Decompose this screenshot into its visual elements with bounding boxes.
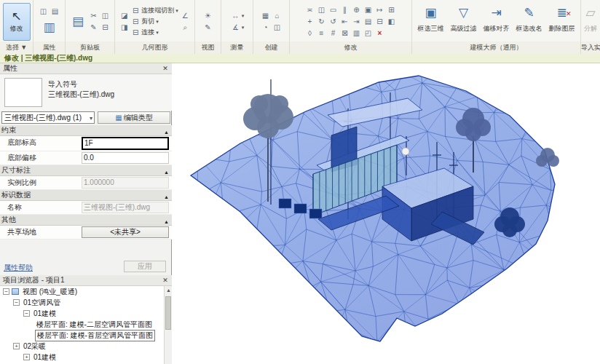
modify-tool-icon[interactable]: ∥ (339, 4, 350, 15)
geometry-button-0[interactable]: ⊟连接端切割▾ (131, 6, 178, 16)
select-dropdown[interactable]: 选择 ▼ (0, 41, 33, 54)
tree-item-0[interactable]: −视图 (鸿业_暖通) (0, 286, 164, 297)
modify-tool-icon[interactable]: ▭ (328, 4, 339, 15)
modify-tool-icon[interactable]: ↻ (316, 16, 327, 27)
create-assembly-icon[interactable]: ◔ (260, 22, 271, 33)
modify-tool-icon[interactable]: ⊠ (339, 28, 350, 39)
measure-icon[interactable]: ↔ (230, 10, 241, 21)
sphere-object (402, 148, 409, 155)
section-header[interactable]: 标识数据▲ (0, 190, 172, 201)
modify-tool-icon[interactable]: ↺ (328, 16, 339, 27)
properties-palette-header[interactable]: 属性 ✕ (0, 63, 172, 74)
ribbon-group-view: ☀ ✎ 视图 (195, 0, 221, 54)
modify-tool-icon[interactable]: ↦ (374, 4, 385, 15)
tree-item-5[interactable]: +02采暖 (0, 341, 164, 352)
modify-tool-icon[interactable]: ⇤ (339, 16, 350, 27)
modify-tool-icon[interactable]: ◰ (363, 28, 374, 39)
erase-icon[interactable]: ⊟ (100, 22, 111, 33)
modify-tool-icon[interactable]: # (328, 28, 339, 39)
geometry-button-2[interactable]: ⊟连接▾ (131, 28, 159, 38)
modify-tool-icon[interactable]: ▥ (351, 28, 362, 39)
tree-item-4[interactable]: 楼层平面: 建模-首层空调风管平面图 (0, 330, 164, 341)
properties-help-link[interactable]: 属性帮助 (4, 263, 33, 273)
cope-icon[interactable]: ◪ (119, 10, 130, 21)
chevron-down-icon: ▾ (90, 113, 92, 124)
geometry-icon: ⊟ (131, 16, 140, 27)
paste-icon[interactable]: ▤ (69, 12, 87, 32)
pick-icon[interactable]: ⌕ (180, 22, 191, 33)
explode-icon: ▱ (585, 4, 595, 22)
create-group-icon[interactable]: ▦ (260, 10, 271, 21)
modify-tool-icon[interactable]: ⊟ (374, 16, 385, 27)
collapse-icon[interactable]: − (13, 299, 20, 306)
框选三维-button[interactable]: ▣框选三维 (414, 2, 447, 41)
collapse-icon[interactable]: − (3, 288, 9, 295)
modify-tool-icon[interactable]: + (304, 16, 315, 27)
expand-icon[interactable]: + (23, 354, 30, 360)
section-header[interactable]: 约束▲ (0, 125, 172, 136)
collapse-icon[interactable]: − (23, 310, 30, 317)
properties-palette-icon[interactable]: ▥ (41, 17, 58, 38)
property-value[interactable]: <未共享> (82, 226, 169, 238)
close-icon[interactable]: ✕ (161, 64, 170, 73)
section-header[interactable]: 其他▲ (0, 215, 172, 226)
angle-icon[interactable]: ∠ (180, 10, 191, 21)
modify-tool-icon[interactable]: ⊕ (351, 4, 362, 15)
explode-button[interactable]: ▱ 分解 (583, 2, 599, 41)
modify-tool-icon[interactable]: ≍ (304, 4, 315, 15)
collapse-caret-icon[interactable]: ▲ (164, 192, 169, 202)
tree-item-2[interactable]: −01建模 (0, 308, 164, 319)
geometry-icon: ⊟ (131, 5, 140, 16)
modify-tool-icon[interactable]: ≡ (316, 28, 327, 39)
tree-item-3[interactable]: 楼层平面: 建模-二层空调风管平面图 (0, 319, 164, 330)
close-icon[interactable]: ✕ (161, 276, 170, 285)
modify-tool-icon[interactable]: ▣ (363, 4, 374, 15)
override-graphics-icon[interactable]: ✎ (202, 22, 213, 33)
modify-tool-icon[interactable]: ◧ (386, 16, 397, 27)
match-type-icon[interactable]: ◫ (38, 6, 49, 17)
scroll-thumb[interactable] (165, 296, 171, 330)
create-parts-icon[interactable]: ◫ (272, 22, 283, 33)
modify-tool-icon[interactable]: ◫ (316, 4, 327, 15)
hide-element-icon[interactable]: ☀ (202, 10, 213, 21)
match-icon[interactable]: ✎ (88, 22, 99, 33)
section-header[interactable]: 尺寸标注▲ (0, 165, 172, 176)
tree-item-label: 01建模 (32, 352, 58, 363)
ribbon: ↖ 修改 选择 ▼ ◫ ▤ ▥ 属性 ▤ ✂ ◫ (0, 0, 600, 54)
property-row: 底部偏移0.0 (0, 151, 172, 165)
apply-button[interactable]: 应用 (124, 261, 166, 272)
property-value[interactable]: 0.0 (82, 152, 169, 164)
modify-tool-icon[interactable]: ⇥ (351, 16, 362, 27)
edit-type-icon: ▦ (115, 114, 122, 122)
cut-icon[interactable]: ✂ (88, 10, 99, 21)
edit-type-button[interactable]: ▦编辑类型 (98, 111, 170, 124)
框选改名-button[interactable]: ✎框选改名 (513, 2, 545, 41)
3d-viewport[interactable] (172, 63, 600, 364)
tree-scrollbar[interactable]: ▲ (164, 286, 172, 364)
collapse-caret-icon[interactable]: ▲ (164, 217, 169, 227)
chevron-down-icon: ▾ (175, 8, 178, 14)
dimension-icon[interactable]: ∡ (230, 22, 241, 33)
tree-item-6[interactable]: +01建模 (0, 352, 164, 363)
type-selector-dropdown[interactable]: 三维视图-(三维).dwg (1) ▾ (1, 111, 95, 124)
modify-button[interactable]: ↖ 修改 (3, 3, 31, 41)
cut-geometry-icon[interactable]: ◨ (119, 22, 130, 33)
modify-tool-icon[interactable]: ▤ (363, 16, 374, 27)
expand-icon[interactable]: + (13, 343, 20, 349)
删除图层-button[interactable]: ≣✕删除图层 (545, 2, 578, 41)
property-value[interactable]: 1F (82, 137, 169, 150)
family-icon[interactable]: ▤ (50, 6, 60, 17)
create-similar-icon[interactable]: ⌂ (272, 10, 283, 21)
collapse-caret-icon[interactable]: ▲ (164, 167, 169, 178)
project-browser-tree: −视图 (鸿业_暖通)−01空调风管−01建模楼层平面: 建模-二层空调风管平面… (0, 286, 164, 364)
高级过滤-button[interactable]: ▽高级过滤 (447, 2, 480, 41)
modify-tool-icon[interactable]: ◊ (304, 28, 315, 39)
modify-tool-icon[interactable]: ⊞ (386, 4, 397, 15)
collapse-caret-icon[interactable]: ▲ (164, 127, 169, 138)
copy-icon[interactable]: ◫ (100, 10, 111, 21)
偏移对齐-button[interactable]: ⇥偏移对齐 (480, 2, 513, 41)
project-browser-header[interactable]: 项目浏览器 - 项目1 ✕ (0, 275, 172, 286)
delete-icon[interactable]: × (374, 28, 385, 39)
geometry-button-1[interactable]: ⊟剪切▾ (131, 17, 159, 27)
tree-item-1[interactable]: −01空调风管 (0, 297, 164, 308)
